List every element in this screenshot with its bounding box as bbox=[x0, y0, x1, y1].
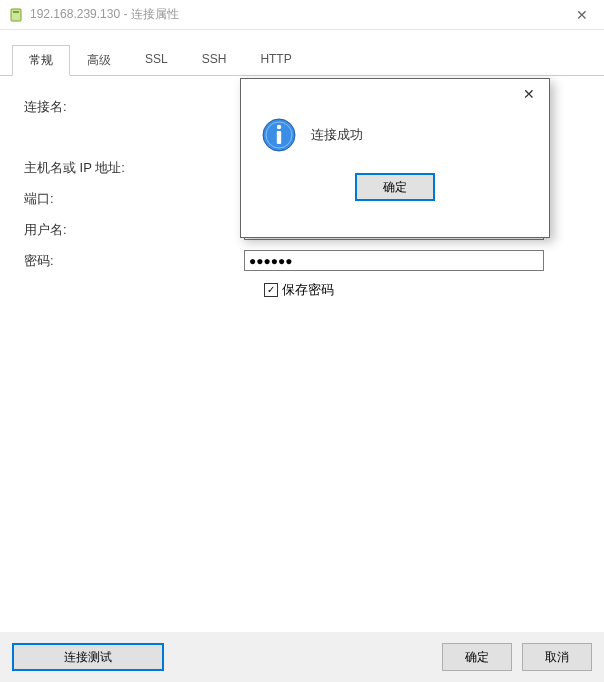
window-titlebar: 192.168.239.130 - 连接属性 ✕ bbox=[0, 0, 604, 30]
test-connection-button[interactable]: 连接测试 bbox=[12, 643, 164, 671]
close-icon: ✕ bbox=[523, 86, 535, 102]
window-title: 192.168.239.130 - 连接属性 bbox=[30, 6, 179, 23]
row-save-password: ✓ 保存密码 bbox=[264, 281, 580, 299]
ok-button[interactable]: 确定 bbox=[442, 643, 512, 671]
checkmark-icon: ✓ bbox=[267, 285, 275, 295]
tab-advanced[interactable]: 高级 bbox=[70, 45, 128, 76]
app-icon bbox=[8, 7, 24, 23]
message-dialog: ✕ 连接成功 确定 bbox=[240, 78, 550, 238]
row-password: 密码: bbox=[24, 250, 580, 271]
svg-rect-5 bbox=[277, 131, 281, 144]
dialog-close-button[interactable]: ✕ bbox=[517, 82, 541, 106]
info-icon bbox=[261, 117, 297, 153]
tab-general[interactable]: 常规 bbox=[12, 45, 70, 76]
bottom-button-bar: 连接测试 确定 取消 bbox=[0, 632, 604, 682]
tab-strip: 常规 高级 SSL SSH HTTP bbox=[0, 30, 604, 76]
dialog-footer: 确定 bbox=[241, 173, 549, 201]
dialog-titlebar: ✕ bbox=[241, 79, 549, 109]
checkbox-save-password[interactable]: ✓ bbox=[264, 283, 278, 297]
label-port: 端口: bbox=[24, 190, 244, 208]
cancel-button[interactable]: 取消 bbox=[522, 643, 592, 671]
tab-ssh[interactable]: SSH bbox=[185, 45, 244, 76]
label-username: 用户名: bbox=[24, 221, 244, 239]
close-icon: ✕ bbox=[576, 7, 588, 23]
label-host: 主机名或 IP 地址: bbox=[24, 159, 244, 177]
label-save-password: 保存密码 bbox=[282, 281, 334, 299]
window-close-button[interactable]: ✕ bbox=[560, 0, 604, 30]
dialog-ok-button[interactable]: 确定 bbox=[355, 173, 435, 201]
svg-point-4 bbox=[277, 125, 281, 129]
dialog-message: 连接成功 bbox=[311, 126, 363, 144]
svg-rect-0 bbox=[11, 9, 21, 21]
tab-http[interactable]: HTTP bbox=[243, 45, 308, 76]
svg-rect-1 bbox=[13, 11, 19, 13]
input-password[interactable] bbox=[244, 250, 544, 271]
label-password: 密码: bbox=[24, 252, 244, 270]
tab-ssl[interactable]: SSL bbox=[128, 45, 185, 76]
label-connection-name: 连接名: bbox=[24, 98, 244, 116]
dialog-body: 连接成功 bbox=[241, 109, 549, 153]
